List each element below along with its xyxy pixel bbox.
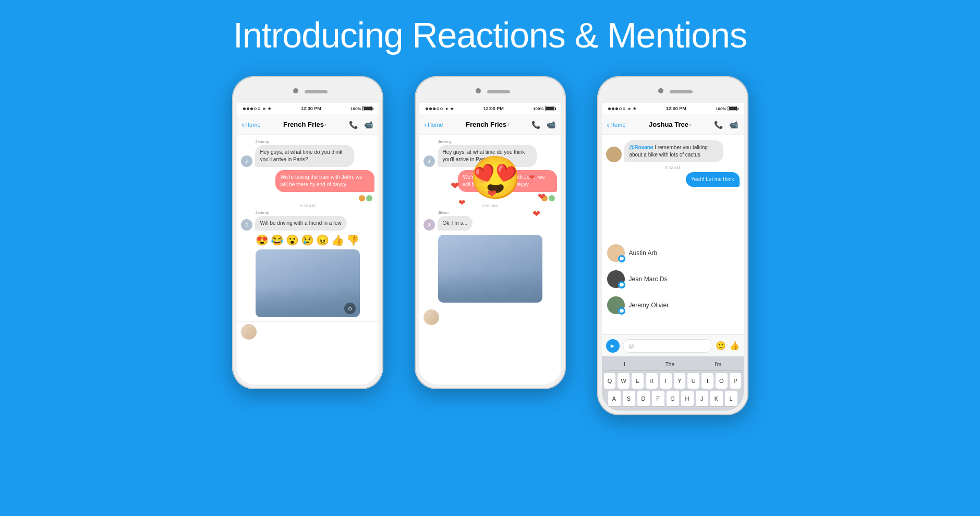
phone3-back-btn[interactable]: ‹ Home	[607, 121, 626, 129]
phone1-speaker	[305, 90, 328, 93]
key-q[interactable]: Q	[604, 373, 616, 389]
seen-dot-1	[359, 195, 365, 201]
seen-row	[241, 195, 372, 201]
emoji-button[interactable]: 🙂	[716, 341, 726, 351]
key-y[interactable]: Y	[674, 373, 686, 389]
phone1-camera	[293, 88, 298, 93]
phone2-sender1: Jeremy	[438, 139, 557, 144]
phone2-bubble1: Hey guys, at what time do you think you'…	[438, 145, 537, 167]
jeremy-contact-avatar	[607, 296, 625, 314]
reaction-like[interactable]: 👍	[331, 234, 344, 246]
phone2-camera	[476, 88, 481, 93]
contact-austin[interactable]: Austin Arb	[602, 240, 744, 266]
phone2-phone-icon[interactable]: 📞	[531, 121, 540, 129]
phone2-video-icon[interactable]: 📹	[547, 121, 555, 129]
phone1-signal: ► ★	[243, 106, 272, 111]
phones-container: ► ★ 12:00 PM 100% ‹ Home French Fries ›	[232, 76, 748, 415]
key-g[interactable]: G	[667, 391, 679, 406]
phone1-nav-actions: 📞 📹	[349, 121, 373, 129]
phone2-back-btn[interactable]: ‹ Home	[425, 121, 443, 129]
phone3-time: 12:00 PM	[666, 106, 686, 111]
reaction-haha[interactable]: 😂	[271, 234, 284, 246]
contact-jeremy[interactable]: Jeremy Olivier	[602, 292, 744, 318]
timestamp-1: 9:32 AM	[241, 203, 374, 208]
keyboard-row-1: Q W E R T Y U I O P	[604, 373, 742, 389]
phone3-video-icon[interactable]: 📹	[729, 121, 738, 129]
phone2-time: 12:00 PM	[483, 106, 504, 111]
phone3-keyboard: I The I'm Q W E R T Y U I O P A	[602, 356, 744, 411]
suggest-im[interactable]: I'm	[715, 362, 721, 367]
phone3-phone-icon[interactable]: 📞	[714, 121, 723, 129]
phone2-status-bar: ► ★ 12:00 PM 100%	[419, 103, 561, 114]
phone2-msg-sent1: We're taking the train with John, we wil…	[424, 170, 557, 192]
at-symbol: @	[628, 343, 634, 349]
phone2-bottom	[419, 307, 561, 327]
key-f[interactable]: F	[652, 391, 664, 406]
key-u[interactable]: U	[687, 373, 699, 389]
phone2-battery: 100%	[533, 106, 554, 111]
phone1-back-btn[interactable]: ‹ Home	[242, 121, 261, 129]
austin-name: Austin Arb	[629, 249, 658, 257]
phone2-ts: 9:32 AM	[424, 203, 557, 208]
reactions-bar[interactable]: 😍 😂 😮 😢 😠 👍 👎	[256, 234, 374, 246]
key-r[interactable]: R	[646, 373, 658, 389]
phone1-bottom	[237, 321, 379, 342]
key-e[interactable]: E	[632, 373, 644, 389]
phone3-battery: 100%	[716, 106, 737, 111]
phone3-bubble1: @Roxane I remember you talking about a h…	[624, 140, 723, 162]
photo-expand-icon[interactable]: ⊙	[344, 303, 356, 314]
jeanmarc-name: Jean Marc Ds	[629, 275, 668, 283]
jeremy-messenger-badge	[618, 307, 625, 315]
phone2-seen	[424, 195, 555, 201]
key-a[interactable]: A	[608, 391, 621, 406]
mention-roxane: @Roxane	[630, 145, 654, 150]
video-icon[interactable]: 📹	[364, 121, 373, 129]
key-t[interactable]: T	[660, 373, 672, 389]
suggest-i[interactable]: I	[624, 362, 625, 367]
jeremy-avatar: J	[241, 155, 252, 167]
key-w[interactable]: W	[618, 373, 630, 389]
reaction-angry[interactable]: 😠	[316, 234, 329, 246]
phone2-signal: ► ★	[426, 106, 454, 111]
jeremy-contact-name: Jeremy Olivier	[629, 302, 669, 309]
key-o[interactable]: O	[716, 373, 728, 389]
phone2-avatar1: J	[424, 155, 435, 167]
phone2-chat: Jeremy J Hey guys, at what time do you t…	[419, 135, 561, 307]
phone-icon[interactable]: 📞	[349, 121, 358, 129]
phone3-input-bar: ► @ 🙂 👍	[602, 334, 744, 356]
key-h[interactable]: H	[681, 391, 694, 406]
msg-received-2: J Will be driving with a friend in a few	[241, 216, 374, 231]
like-button[interactable]: 👍	[729, 341, 740, 351]
key-i[interactable]: I	[701, 373, 713, 389]
reaction-love[interactable]: 😍	[256, 234, 269, 246]
reaction-wow[interactable]: 😮	[286, 234, 299, 246]
phone2-sent-bubble: We're taking the train with John, we wil…	[458, 170, 557, 192]
key-l[interactable]: L	[725, 391, 737, 406]
jeremy-avatar-2: J	[241, 219, 252, 231]
key-p[interactable]: P	[730, 373, 742, 389]
msg-sender-jeremy: Jeremy	[256, 139, 374, 144]
phone1-chat-title: French Fries ›	[283, 121, 326, 128]
austin-avatar	[607, 244, 625, 262]
key-s[interactable]: S	[623, 391, 635, 406]
reaction-dislike[interactable]: 👎	[346, 234, 359, 246]
phone-2: ► ★ 12:00 PM 100% ‹ Home French Fries ›	[415, 76, 566, 389]
suggest-the[interactable]: The	[666, 362, 674, 367]
key-d[interactable]: D	[637, 391, 650, 406]
phone1-nav: ‹ Home French Fries › 📞 📹	[237, 114, 379, 135]
message-input[interactable]: @	[623, 339, 712, 353]
contact-jeanmarc[interactable]: Jean Marc Ds	[602, 266, 744, 292]
phone3-signal: ► ★	[608, 106, 637, 111]
phone2-seen-dot2	[549, 195, 555, 201]
phone1-battery: 100%	[350, 106, 372, 111]
key-j[interactable]: J	[696, 391, 708, 406]
phone2-chat-photo	[438, 235, 542, 303]
phone2-nav: ‹ Home French Fries › 📞 📹	[419, 114, 561, 135]
send-button[interactable]: ►	[606, 339, 620, 353]
keyboard-row-2: A S D F G H J K L	[604, 391, 742, 406]
msg-received-1: J Hey guys, at what time do you think yo…	[241, 145, 374, 167]
msg-sent-1: We're taking the train with John, we wil…	[241, 170, 374, 192]
phone2-sender2: Jillem	[438, 210, 557, 215]
key-k[interactable]: K	[710, 391, 723, 406]
reaction-sad[interactable]: 😢	[301, 234, 314, 246]
